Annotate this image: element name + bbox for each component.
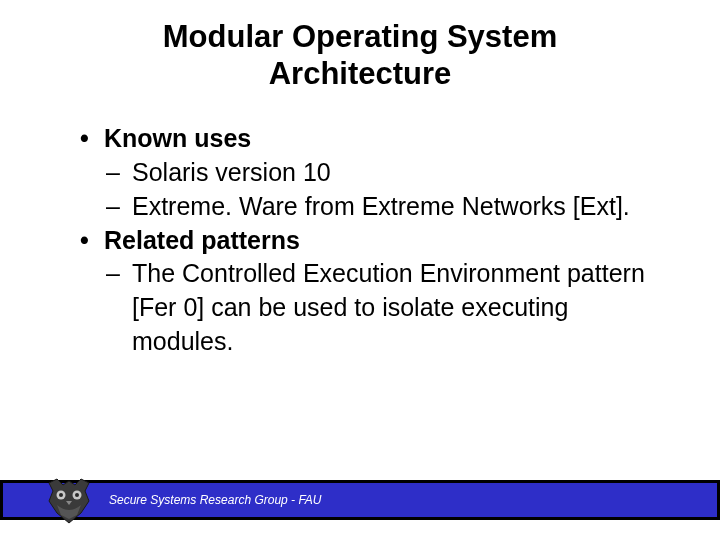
- bullet-related-patterns: Related patterns: [80, 224, 670, 258]
- bullet-known-uses: Known uses: [80, 122, 670, 156]
- svg-point-2: [59, 493, 63, 497]
- slide: Modular Operating System Architecture Kn…: [0, 0, 720, 540]
- slide-title: Modular Operating System Architecture: [0, 0, 720, 92]
- footer-inner: Secure Systems Research Group - FAU: [3, 483, 717, 517]
- owl-icon: [43, 477, 95, 525]
- footer-bar: Secure Systems Research Group - FAU: [0, 480, 720, 520]
- bullet-extremeware: Extreme. Ware from Extreme Networks [Ext…: [80, 190, 670, 224]
- title-line-1: Modular Operating System: [0, 18, 720, 55]
- bullet-controlled-exec: The Controlled Execution Environment pat…: [80, 257, 670, 358]
- svg-point-3: [75, 493, 79, 497]
- bullet-solaris: Solaris version 10: [80, 156, 670, 190]
- title-line-2: Architecture: [0, 55, 720, 92]
- footer-text: Secure Systems Research Group - FAU: [109, 493, 322, 507]
- slide-content: Known uses Solaris version 10 Extreme. W…: [0, 92, 720, 358]
